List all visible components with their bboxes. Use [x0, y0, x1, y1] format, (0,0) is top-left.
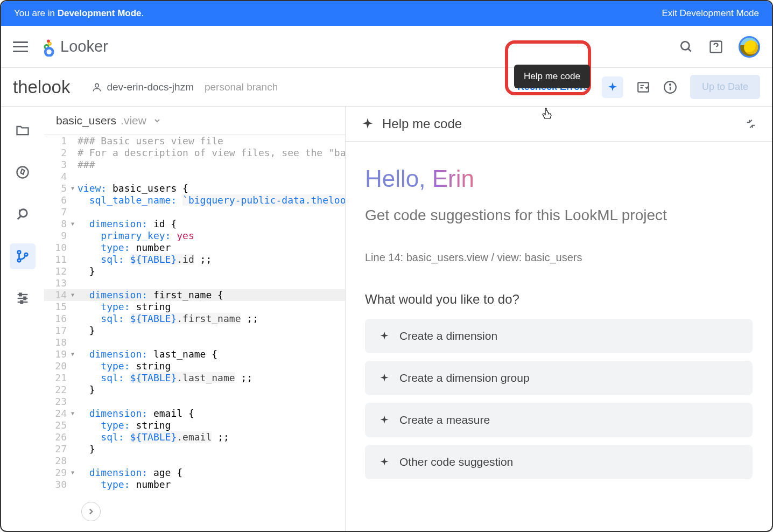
svg-rect-20 [19, 293, 22, 296]
suggestion-label: Other code suggestion [399, 456, 513, 468]
logo[interactable]: Looker [41, 37, 108, 57]
help-me-code-tooltip: Help me code [514, 65, 590, 88]
dev-mode-text: You are in Development Mode. [14, 8, 144, 19]
info-icon[interactable] [663, 80, 677, 94]
suggestion-label: Create a measure [399, 414, 490, 426]
up-to-date-button[interactable]: Up to Date [690, 75, 760, 99]
help-me-code-panel: Help me code Hello, Erin Get code sugges… [346, 107, 772, 531]
sparkle-icon [379, 457, 390, 467]
user-avatar[interactable] [739, 36, 760, 58]
suggestion-label: Create a dimension [399, 330, 497, 342]
svg-point-1 [48, 42, 51, 45]
validate-icon[interactable] [636, 80, 650, 94]
dev-mode-banner: You are in Development Mode. Exit Develo… [1, 1, 772, 26]
suggestion-create-measure[interactable]: Create a measure [365, 403, 753, 437]
logo-text: Looker [60, 38, 108, 55]
branch-name: dev-erin-docs-jhzm [107, 81, 194, 93]
svg-point-3 [45, 48, 53, 55]
project-bar: thelook dev-erin-docs-jhzm personal bran… [1, 68, 772, 107]
suggestion-label: Create a dimension group [399, 372, 530, 384]
file-name: basic_users [56, 114, 116, 127]
sidebar-compass-icon[interactable] [10, 159, 36, 185]
svg-rect-22 [21, 301, 23, 304]
sidebar-git-icon[interactable] [10, 243, 36, 269]
svg-point-7 [95, 83, 99, 87]
sidebar-folder-icon[interactable] [10, 117, 36, 143]
user-icon [92, 82, 102, 93]
sparkle-icon [379, 331, 390, 341]
svg-point-4 [681, 41, 689, 50]
expand-gutter-button[interactable] [81, 502, 101, 521]
svg-line-5 [688, 48, 691, 51]
collapse-panel-icon[interactable] [745, 118, 757, 130]
top-bar: Looker [1, 26, 772, 68]
svg-point-11 [670, 84, 671, 85]
search-icon[interactable] [679, 40, 693, 54]
suggestion-create-dimension-group[interactable]: Create a dimension group [365, 361, 753, 395]
file-tab[interactable]: basic_users.view [44, 107, 345, 135]
help-panel-header: Help me code [346, 107, 772, 142]
help-subtitle: Get code suggestions for this LookML pro… [365, 205, 753, 226]
project-name: thelook [13, 77, 70, 97]
cursor-pointer-icon [541, 107, 554, 125]
suggestion-other[interactable]: Other code suggestion [365, 445, 753, 479]
sidebar-settings-icon[interactable] [10, 285, 36, 311]
file-ext: .view [121, 114, 146, 127]
chevron-down-icon [154, 117, 160, 124]
code-context: Line 14: basic_users.view / view: basic_… [365, 251, 753, 264]
help-me-code-button[interactable] [602, 76, 623, 98]
svg-point-15 [18, 259, 20, 262]
looker-logo-icon [41, 37, 56, 57]
sparkle-icon [361, 117, 375, 131]
sidebar-search-icon[interactable] [10, 201, 36, 227]
help-icon[interactable] [708, 39, 723, 54]
sparkle-icon [607, 81, 619, 93]
sparkle-icon [379, 373, 390, 383]
branch-selector[interactable]: dev-erin-docs-jhzm personal branch [92, 81, 278, 93]
help-panel-title: Help me code [382, 116, 737, 131]
code-editor: basic_users.view 1### Basic users view f… [44, 107, 346, 531]
svg-point-16 [25, 253, 27, 256]
svg-point-13 [19, 209, 27, 217]
suggestion-create-dimension[interactable]: Create a dimension [365, 319, 753, 353]
left-sidebar [1, 107, 44, 531]
code-area[interactable]: 1### Basic users view file 2# For a desc… [44, 135, 345, 531]
svg-rect-21 [24, 297, 26, 300]
exit-dev-mode-link[interactable]: Exit Development Mode [662, 8, 759, 19]
svg-point-12 [17, 167, 29, 178]
svg-point-14 [18, 251, 20, 254]
prompt-question: What would you like to do? [365, 292, 753, 307]
greeting: Hello, Erin [365, 165, 753, 192]
main-menu-button[interactable] [13, 41, 28, 52]
branch-type-label: personal branch [205, 81, 278, 93]
sparkle-icon [379, 415, 390, 425]
